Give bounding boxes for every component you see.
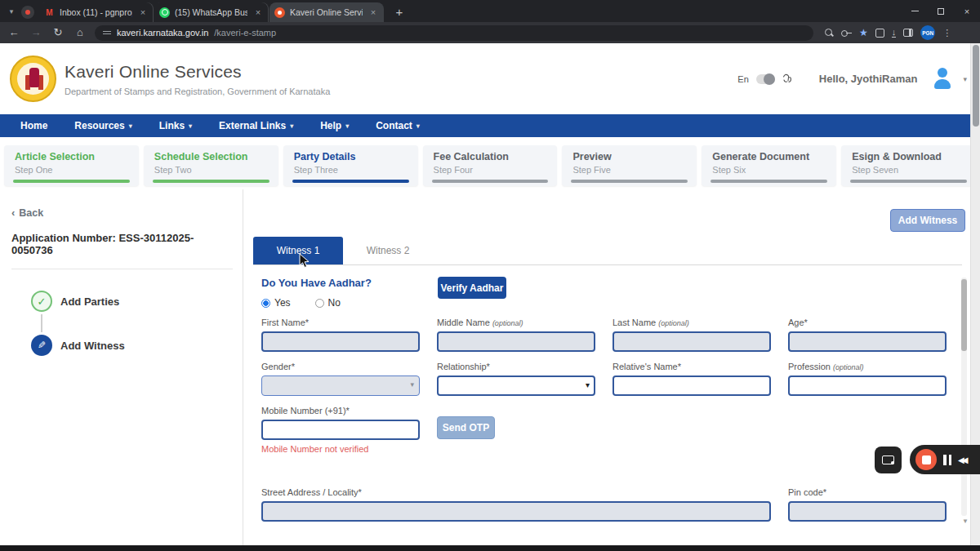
- radio-yes[interactable]: Yes: [261, 297, 291, 309]
- first-name-input[interactable]: [261, 331, 420, 352]
- radio-unselected-icon[interactable]: [315, 299, 324, 308]
- back-nav-icon[interactable]: ←: [7, 25, 21, 40]
- content: ‹ Back Application Number: ESS-30112025-…: [0, 189, 980, 545]
- language-toggle[interactable]: [756, 74, 775, 84]
- side-panel-icon[interactable]: [903, 29, 913, 37]
- pencil-icon: ✎: [31, 335, 52, 356]
- nav-item-home[interactable]: Home: [20, 120, 47, 131]
- middle-name-input[interactable]: [437, 331, 595, 352]
- back-label: Back: [19, 207, 43, 219]
- extensions-icon[interactable]: [875, 29, 884, 38]
- relatives-name-input[interactable]: [612, 375, 771, 396]
- page-scrollbar-thumb[interactable]: [973, 45, 979, 127]
- witness-form: Do You Have Aadhar? Yes No: [243, 265, 980, 522]
- caret-down-icon: ▾: [290, 122, 293, 130]
- tab-search-icon[interactable]: ▾: [3, 2, 20, 20]
- progress-step-add-parties[interactable]: ✓ Add Parties: [31, 291, 233, 312]
- step-progress-bar: [292, 180, 409, 183]
- recorder-controls: ◀◀: [910, 445, 980, 474]
- minimize-button[interactable]: [902, 0, 928, 22]
- forward-nav-icon[interactable]: →: [29, 25, 43, 40]
- wizard-steps: Article Selection Step One Schedule Sele…: [0, 137, 980, 189]
- back-link[interactable]: ‹ Back: [11, 207, 233, 219]
- send-otp-button[interactable]: Send OTP: [437, 416, 495, 439]
- restore-button[interactable]: [928, 0, 954, 22]
- last-name-input[interactable]: [612, 331, 771, 352]
- step-generate-document[interactable]: Generate Document Step Six: [702, 145, 836, 186]
- pincode-input[interactable]: [788, 501, 947, 522]
- browser-tab-whatsapp[interactable]: (15) WhatsApp Business ×: [154, 2, 269, 22]
- user-avatar[interactable]: [929, 66, 956, 92]
- step-article-selection[interactable]: Article Selection Step One: [4, 145, 139, 186]
- nav-label: External Links: [219, 120, 286, 131]
- relationship-select[interactable]: [437, 375, 595, 396]
- url-path: /kaveri-e-stamp: [214, 28, 276, 38]
- profession-input[interactable]: [788, 375, 947, 396]
- field-label: Last Name (optional): [612, 318, 771, 327]
- url-bar[interactable]: kaveri.karnataka.gov.in/kaveri-e-stamp: [95, 25, 813, 41]
- home-icon[interactable]: ⌂: [73, 25, 87, 40]
- mobile-number-input[interactable]: [261, 420, 420, 440]
- toolbar-right-icons: ★ ↓ PGN ⋮: [824, 25, 951, 40]
- step-schedule-selection[interactable]: Schedule Selection Step Two: [144, 145, 278, 186]
- tab-close-icon[interactable]: ×: [368, 7, 379, 17]
- field-label: Age*: [788, 318, 947, 327]
- browser-tab-kaveri[interactable]: Kaveri Online Services ×: [270, 2, 384, 22]
- rewind-icon[interactable]: ◀◀: [958, 455, 965, 464]
- reload-icon[interactable]: ↻: [51, 25, 65, 40]
- caret-down-icon: ▾: [416, 122, 420, 130]
- nav-item-external-links[interactable]: External Links▾: [219, 120, 293, 131]
- new-tab-button[interactable]: +: [391, 5, 408, 19]
- verify-aadhar-button[interactable]: Verify Aadhar: [438, 277, 506, 299]
- step-progress-bar: [432, 180, 549, 183]
- progress-step-add-witness[interactable]: ✎ Add Witness: [31, 335, 233, 356]
- karnataka-government-logo: [10, 56, 56, 102]
- close-window-button[interactable]: ×: [954, 0, 980, 22]
- pause-button[interactable]: [943, 455, 951, 465]
- stop-record-button[interactable]: [915, 449, 937, 470]
- tab-close-icon[interactable]: ×: [252, 7, 264, 17]
- age-input[interactable]: [788, 331, 947, 352]
- downloads-icon[interactable]: ↓: [892, 28, 897, 38]
- camera-toggle-button[interactable]: [875, 447, 902, 473]
- tab-witness-1[interactable]: Witness 1: [253, 237, 343, 264]
- tab-close-icon[interactable]: ×: [137, 7, 149, 17]
- radio-selected-icon[interactable]: [261, 299, 270, 308]
- profile-caret-icon[interactable]: ▾: [963, 75, 967, 83]
- browser-profile-avatar[interactable]: PGN: [920, 25, 935, 40]
- step-preview[interactable]: Preview Step Five: [562, 145, 697, 186]
- password-key-icon[interactable]: [841, 28, 852, 38]
- street-address-input[interactable]: [261, 501, 771, 522]
- search-icon[interactable]: [824, 28, 834, 38]
- site-info-icon[interactable]: [103, 29, 111, 36]
- browser-tabstrip: ▾ M Inbox (11) - pgnproperties@g × (15) …: [0, 0, 980, 22]
- site-header: Kaveri Online Services Department of Sta…: [0, 43, 980, 114]
- step-title: Esign & Download: [852, 151, 976, 162]
- kannada-letter-icon: [782, 73, 792, 84]
- browser-menu-icon[interactable]: ⋮: [942, 28, 951, 38]
- form-scrollbar[interactable]: [961, 278, 967, 516]
- field-relationship: Relationship* ▾: [437, 362, 595, 396]
- form-scrollbar-thumb[interactable]: [961, 279, 967, 351]
- step-fee-calculation[interactable]: Fee Calculation Step Four: [423, 145, 558, 186]
- add-witness-button[interactable]: Add Witness: [890, 209, 965, 232]
- nav-item-links[interactable]: Links▾: [159, 120, 192, 131]
- scroll-down-icon[interactable]: ▼: [962, 518, 969, 525]
- form-row-2: Gender* ▾ Relationship* ▾ Relative's Nam…: [261, 362, 980, 396]
- witness-tabs: Witness 1 Witness 2: [253, 237, 962, 265]
- radio-no[interactable]: No: [315, 297, 341, 309]
- browser-tab-gmail[interactable]: M Inbox (11) - pgnproperties@g ×: [39, 2, 154, 22]
- field-label: Mobile Number (+91)*: [261, 406, 420, 415]
- sidebar: ‹ Back Application Number: ESS-30112025-…: [0, 189, 243, 545]
- step-party-details[interactable]: Party Details Step Three: [283, 145, 418, 186]
- user-greeting: Hello, JyothiRaman: [819, 73, 918, 85]
- nav-item-resources[interactable]: Resources▾: [74, 120, 131, 131]
- caret-down-icon: ▾: [345, 122, 349, 130]
- nav-item-contact[interactable]: Contact▾: [376, 120, 420, 131]
- gender-select[interactable]: [261, 375, 420, 396]
- step-title: Generate Document: [712, 151, 836, 162]
- tab-witness-2[interactable]: Witness 2: [343, 237, 433, 264]
- nav-item-help[interactable]: Help▾: [320, 120, 349, 131]
- bookmark-star-icon[interactable]: ★: [859, 28, 868, 38]
- step-esign-download[interactable]: Esign & Download Step Seven: [841, 145, 976, 186]
